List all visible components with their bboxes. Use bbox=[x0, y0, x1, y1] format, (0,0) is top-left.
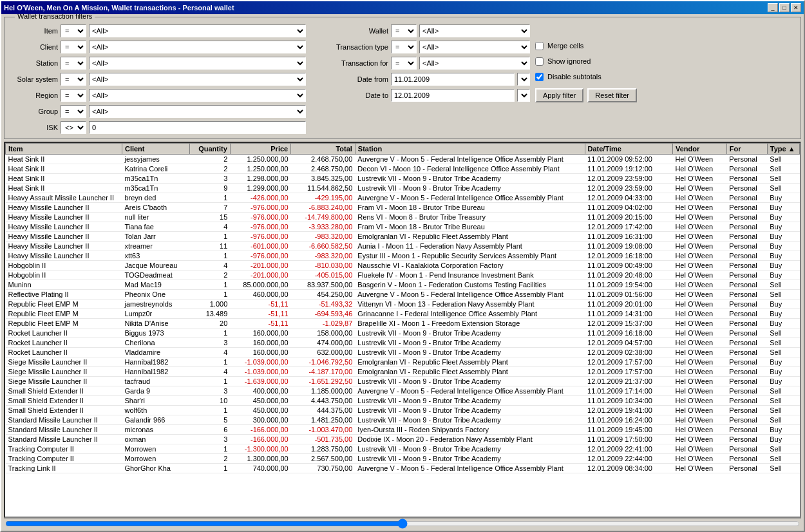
minimize-button[interactable]: _ bbox=[768, 3, 778, 12]
op-solar[interactable]: = bbox=[61, 73, 86, 86]
table-row[interactable]: Reflective Plating II Pheonix One 1 460.… bbox=[6, 290, 800, 299]
op-txfor[interactable]: = bbox=[391, 57, 417, 70]
cell-client: micronas bbox=[122, 425, 189, 435]
horizontal-scrollbar[interactable] bbox=[4, 518, 801, 528]
table-row[interactable]: Rocket Launcher II Cherilona 3 160.000,0… bbox=[6, 338, 800, 348]
table-row[interactable]: Heavy Missile Launcher II xtreamer 11 -6… bbox=[6, 242, 800, 251]
cell-client: GhorGhor Kha bbox=[122, 464, 189, 473]
reset-filter-button[interactable]: Reset filter bbox=[587, 88, 637, 102]
table-row[interactable]: Rocket Launcher II Vladdamire 4 160.000,… bbox=[6, 348, 800, 357]
input-dateto[interactable] bbox=[391, 89, 515, 102]
table-row[interactable]: Republic Fleet EMP M Lumpz0r 13.489 -51,… bbox=[6, 309, 800, 319]
cell-item: Heavy Missile Launcher II bbox=[6, 213, 122, 222]
cell-price: -976.000,00 bbox=[230, 251, 290, 261]
cell-price: 450.000,00 bbox=[230, 396, 290, 406]
table-row[interactable]: Siege Missile Launcher II Hannibal1982 4… bbox=[6, 367, 800, 377]
col-header-vendor[interactable]: Vendor bbox=[672, 144, 726, 155]
select-txtype[interactable]: <All> bbox=[419, 41, 530, 53]
col-header-item[interactable]: Item bbox=[6, 144, 122, 155]
input-isk[interactable] bbox=[89, 121, 306, 134]
select-client[interactable]: <All> bbox=[89, 41, 306, 53]
cell-station: Lustrevik VII - Moon 9 - Brutor Tribe Ac… bbox=[355, 454, 585, 464]
col-header-total[interactable]: Total bbox=[291, 144, 355, 155]
op-item[interactable]: = bbox=[61, 24, 86, 37]
table-row[interactable]: Standard Missile Launcher II Galandir 96… bbox=[6, 415, 800, 425]
table-row[interactable]: Tracking Link II GhorGhor Kha 1 740.000,… bbox=[6, 464, 800, 473]
cell-client: Morrowen bbox=[122, 444, 189, 454]
col-header-datetime[interactable]: Date/Time bbox=[585, 144, 672, 155]
cell-total: -51.493,32 bbox=[291, 299, 355, 309]
table-row[interactable]: Heavy Missile Launcher II Areis C'baoth … bbox=[6, 203, 800, 213]
select-group[interactable]: <All> bbox=[89, 105, 306, 118]
col-header-quantity[interactable]: Quantity bbox=[189, 144, 230, 155]
table-row[interactable]: Rocket Launcher II Biggus 1973 1 160.000… bbox=[6, 328, 800, 338]
scroll-range[interactable] bbox=[5, 520, 800, 527]
table-row[interactable]: Heat Sink II m35ca1Tn 3 1.298.000,00 3.8… bbox=[6, 174, 800, 184]
op-client[interactable]: = bbox=[61, 41, 86, 53]
table-row[interactable]: Small Shield Extender II wolf6th 1 450.0… bbox=[6, 406, 800, 415]
table-row[interactable]: Small Shield Extender II Shar'ri 10 450.… bbox=[6, 396, 800, 406]
cell-quantity: 4 bbox=[189, 261, 230, 271]
table-row[interactable]: Siege Missile Launcher II Hannibal1982 1… bbox=[6, 357, 800, 367]
cell-total: -6.883.240,00 bbox=[291, 203, 355, 213]
dropdown-dateto[interactable]: ▼ bbox=[517, 89, 530, 102]
cell-for: Personal bbox=[726, 193, 767, 203]
select-solar[interactable]: <All> bbox=[89, 73, 306, 86]
cell-station: Grinacanne I - Federal Intelligence Offi… bbox=[355, 309, 585, 319]
maximize-button[interactable]: □ bbox=[779, 3, 790, 12]
table-row[interactable]: Heavy Missile Launcher II Tiana fae 4 -9… bbox=[6, 222, 800, 232]
cell-vendor: Hel O'Ween bbox=[672, 319, 726, 328]
table-row[interactable]: Republic Fleet EMP M jamestreynolds 1.00… bbox=[6, 299, 800, 309]
table-row[interactable]: Siege Missile Launcher II tacfraud 1 -1.… bbox=[6, 377, 800, 386]
select-txfor[interactable]: <All> bbox=[419, 57, 530, 70]
table-row[interactable]: Heavy Missile Launcher II xtt63 1 -976.0… bbox=[6, 251, 800, 261]
op-station[interactable]: = bbox=[61, 57, 86, 70]
cell-vendor: Hel O'Ween bbox=[672, 415, 726, 425]
select-wallet[interactable]: <All> bbox=[419, 24, 530, 37]
table-row[interactable]: Heat Sink II m35ca1Tn 9 1.299.000,00 11.… bbox=[6, 184, 800, 193]
cell-vendor: Hel O'Ween bbox=[672, 174, 726, 184]
table-row[interactable]: Hobgoblin II Jacque Moureau 4 -201.000,0… bbox=[6, 261, 800, 271]
checkbox-subtotals[interactable] bbox=[535, 73, 544, 81]
input-datefrom[interactable] bbox=[391, 73, 515, 86]
table-row[interactable]: Heat Sink II jessyjames 2 1.250.000,00 2… bbox=[6, 155, 800, 164]
cell-price: -976.000,00 bbox=[230, 213, 290, 222]
col-header-type[interactable]: Type ▲ bbox=[767, 144, 799, 155]
op-region[interactable]: = bbox=[61, 89, 86, 102]
table-row[interactable]: Hobgoblin II TOGDeadmeat 2 -201.000,00 -… bbox=[6, 271, 800, 280]
table-row[interactable]: Standard Missile Launcher II micronas 6 … bbox=[6, 425, 800, 435]
select-region[interactable]: <All> bbox=[89, 89, 306, 102]
label-region: Region bbox=[10, 91, 58, 99]
table-row[interactable]: Tracking Computer II Morrowen 2 1.300.00… bbox=[6, 454, 800, 464]
table-row[interactable]: Republic Fleet EMP M Nikita D'Anise 20 -… bbox=[6, 319, 800, 328]
table-row[interactable]: Heavy Missile Launcher II Tolan Jarr 1 -… bbox=[6, 232, 800, 242]
checkbox-merge[interactable] bbox=[535, 42, 544, 50]
apply-filter-button[interactable]: Apply filter bbox=[535, 88, 583, 102]
op-group[interactable]: = bbox=[61, 105, 86, 118]
table-row[interactable]: Heat Sink II Katrina Coreli 2 1.250.000,… bbox=[6, 164, 800, 174]
op-isk[interactable]: <> bbox=[61, 121, 86, 134]
cell-for: Personal bbox=[726, 464, 767, 473]
col-header-station[interactable]: Station bbox=[355, 144, 585, 155]
table-row[interactable]: Small Shield Extender II Garda 9 3 400.0… bbox=[6, 386, 800, 396]
col-header-for[interactable]: For bbox=[726, 144, 767, 155]
dropdown-datefrom[interactable]: ▼ bbox=[517, 73, 530, 86]
table-row[interactable]: Heavy Assault Missile Launcher II breyn … bbox=[6, 193, 800, 203]
close-button[interactable]: ✕ bbox=[791, 3, 801, 12]
op-txtype[interactable]: = bbox=[391, 41, 417, 53]
select-item[interactable]: <All> bbox=[89, 24, 306, 37]
col-header-price[interactable]: Price bbox=[230, 144, 290, 155]
cell-for: Personal bbox=[726, 348, 767, 357]
table-row[interactable]: Tracking Computer II Morrowen 1 -1.300.0… bbox=[6, 444, 800, 454]
col-header-client[interactable]: Client bbox=[122, 144, 189, 155]
table-row[interactable]: Standard Missile Launcher II oxman 3 -16… bbox=[6, 435, 800, 444]
table-container[interactable]: Item Client Quantity Price Total Station… bbox=[4, 142, 801, 518]
table-row[interactable]: Muninn Mad Mac19 1 85.000.000,00 83.937.… bbox=[6, 280, 800, 290]
cell-station: Lustrevik VII - Moon 9 - Brutor Tribe Ac… bbox=[355, 174, 585, 184]
select-station[interactable]: <All> bbox=[89, 57, 306, 70]
cell-quantity: 1 bbox=[189, 290, 230, 299]
checkbox-ignored[interactable] bbox=[535, 57, 544, 66]
table-row[interactable]: Heavy Missile Launcher II null liter 15 … bbox=[6, 213, 800, 222]
checkbox-row-subtotals: Disable subtotals bbox=[535, 70, 637, 83]
op-wallet[interactable]: = bbox=[391, 24, 417, 37]
